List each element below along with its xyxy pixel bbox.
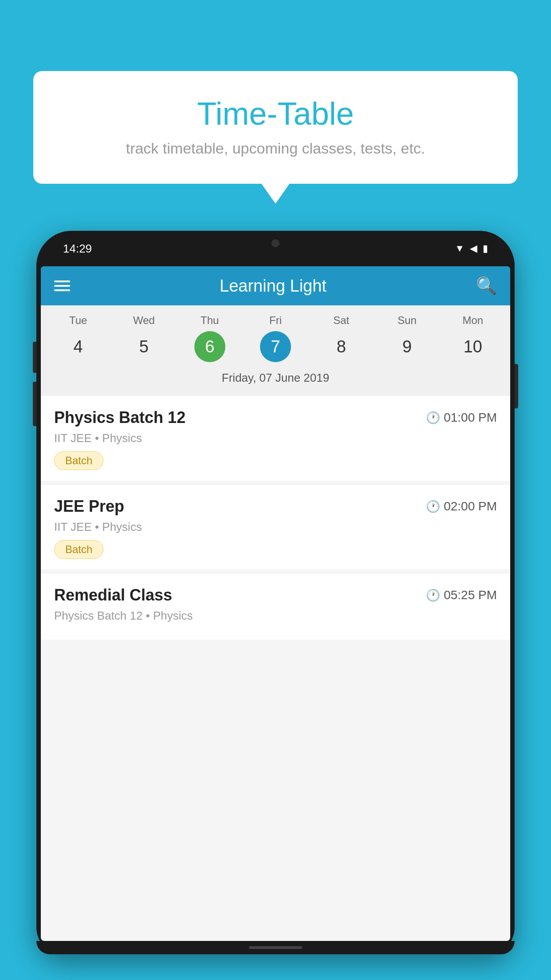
class-subject: Physics Batch 12 • Physics [54, 609, 497, 623]
bubble-title: Time-Table [51, 95, 500, 132]
day-header: Thu [177, 314, 243, 327]
clock-icon: 🕐 [426, 500, 440, 514]
class-item-header: Physics Batch 12 🕐 01:00 PM [54, 408, 497, 427]
phone-container: 14:29 ▼ ◀ ▮ Learning Light 🔍 [36, 231, 515, 980]
day-header: Sat [308, 314, 374, 327]
clock-icon: 🕐 [426, 589, 440, 602]
day-header: Wed [111, 314, 177, 327]
phone-side-right-button [515, 364, 518, 408]
calendar-strip: TueWedThuFriSatSunMon 45678910 Friday, 0… [41, 305, 510, 396]
day-number[interactable]: 4 [63, 331, 94, 362]
bubble-subtitle: track timetable, upcoming classes, tests… [51, 140, 500, 157]
battery-icon: ▮ [483, 243, 488, 254]
phone-notch [242, 231, 309, 255]
phone-bottom [36, 941, 515, 954]
phone-frame: 14:29 ▼ ◀ ▮ Learning Light 🔍 [36, 231, 515, 954]
wifi-icon: ▼ [455, 243, 464, 254]
day-number[interactable]: 9 [392, 331, 423, 362]
day-number[interactable]: 8 [326, 331, 357, 362]
day-header: Tue [45, 314, 111, 327]
class-time: 🕐 01:00 PM [426, 411, 497, 425]
camera-dot [272, 239, 279, 247]
class-time: 🕐 05:25 PM [426, 588, 497, 602]
day-number[interactable]: 6 [194, 331, 225, 362]
day-number[interactable]: 7 [260, 331, 291, 362]
day-number[interactable]: 10 [457, 331, 488, 362]
batch-tag: Batch [54, 540, 103, 559]
class-item-header: Remedial Class 🕐 05:25 PM [54, 586, 497, 605]
status-time: 14:29 [63, 242, 92, 256]
clock-icon: 🕐 [426, 411, 440, 425]
class-item-header: JEE Prep 🕐 02:00 PM [54, 497, 497, 516]
class-subject: IIT JEE • Physics [54, 520, 497, 534]
day-headers: TueWedThuFriSatSunMon [45, 314, 506, 327]
search-icon[interactable]: 🔍 [476, 276, 497, 296]
selected-date-label: Friday, 07 June 2019 [45, 367, 506, 391]
classes-list: Physics Batch 12 🕐 01:00 PM IIT JEE • Ph… [41, 396, 510, 640]
home-indicator [249, 946, 302, 949]
class-name: Remedial Class [54, 586, 172, 605]
day-header: Sun [374, 314, 440, 327]
class-subject: IIT JEE • Physics [54, 431, 497, 445]
app-title: Learning Light [70, 277, 476, 296]
status-icons: ▼ ◀ ▮ [455, 243, 488, 254]
class-name: JEE Prep [54, 497, 124, 516]
class-name: Physics Batch 12 [54, 408, 185, 427]
phone-volume-down-button [33, 382, 36, 426]
class-time: 🕐 02:00 PM [426, 499, 497, 514]
class-item[interactable]: Physics Batch 12 🕐 01:00 PM IIT JEE • Ph… [41, 396, 510, 481]
day-header: Fri [243, 314, 308, 327]
day-header: Mon [440, 314, 506, 327]
class-item[interactable]: JEE Prep 🕐 02:00 PM IIT JEE • Physics Ba… [41, 485, 510, 569]
speech-bubble: Time-Table track timetable, upcoming cla… [33, 71, 518, 184]
phone-screen: Learning Light 🔍 TueWedThuFriSatSunMon 4… [41, 266, 510, 941]
hamburger-menu-button[interactable] [54, 281, 70, 291]
day-numbers: 45678910 [45, 331, 506, 362]
speech-bubble-container: Time-Table track timetable, upcoming cla… [33, 71, 518, 184]
class-item[interactable]: Remedial Class 🕐 05:25 PM Physics Batch … [41, 573, 510, 640]
signal-icon: ◀ [470, 243, 477, 254]
phone-status-bar: 14:29 ▼ ◀ ▮ [36, 231, 515, 266]
batch-tag: Batch [54, 451, 103, 470]
day-number[interactable]: 5 [128, 331, 159, 362]
app-header: Learning Light 🔍 [41, 266, 510, 305]
phone-volume-up-button [33, 342, 36, 373]
